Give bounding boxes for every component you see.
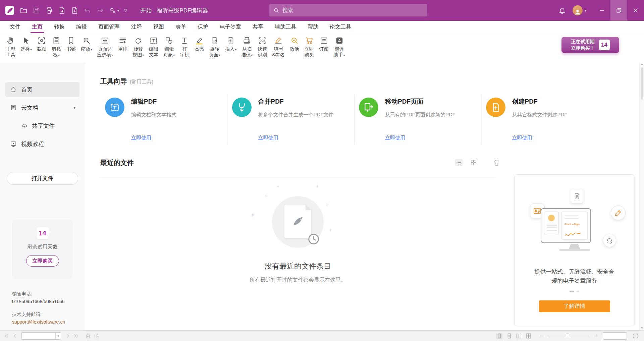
use-now-link[interactable]: 立即使用 (258, 135, 278, 141)
account-dropdown-icon[interactable]: ▾ (585, 9, 586, 12)
clear-recent-trash-icon[interactable] (493, 159, 500, 166)
ribbon-快速识别[interactable]: OCR快速 识别 (255, 36, 270, 58)
avatar[interactable] (573, 5, 583, 15)
notifications-bell-icon[interactable] (558, 7, 566, 14)
single-page-view-icon[interactable] (496, 333, 502, 339)
sidebar-item-cloud-docs[interactable]: 云文档 ▾ (5, 100, 79, 115)
menu-item-注释[interactable]: 注释 (125, 21, 148, 33)
ribbon-书签[interactable]: 书签 (64, 36, 78, 52)
minimize-button[interactable] (594, 0, 610, 21)
carousel-dot-active[interactable] (570, 291, 574, 292)
ribbon-旋转页面[interactable]: 旋转 页面▾ (207, 36, 223, 58)
menu-item-帮助[interactable]: 帮助 (302, 21, 324, 33)
menu-item-编辑[interactable]: 编辑 (70, 21, 93, 33)
menu-item-辅助工具[interactable]: 辅助工具 (269, 21, 302, 33)
page-number-box[interactable]: ▾ (21, 332, 61, 340)
ribbon-缩放[interactable]: 缩放▾ (78, 36, 95, 52)
tool-card-合并PDF[interactable]: 合并PDF将多个文件合并生成一个PDF文件立即使用 (227, 93, 355, 153)
use-now-link[interactable]: 立即使用 (512, 135, 532, 141)
sidebar-item-video-tutorials[interactable]: 视频教程 (5, 136, 79, 151)
carousel-dot[interactable] (577, 291, 579, 292)
ribbon-插入[interactable]: 插入▾ (223, 36, 239, 52)
fullscreen-icon[interactable] (633, 333, 639, 339)
menu-item-转换[interactable]: 转换 (48, 21, 70, 33)
menu-item-电子签章[interactable]: 电子签章 (214, 21, 247, 33)
tool-card-编辑PDF[interactable]: 编辑PDF编辑文档和文本格式立即使用 (100, 93, 227, 153)
ribbon-剪贴板[interactable]: 剪贴 板▾ (49, 36, 64, 58)
sidebar-item-home[interactable]: 首页 (5, 82, 79, 97)
menu-item-页面管理[interactable]: 页面管理 (93, 21, 125, 33)
last-page-icon[interactable] (73, 333, 79, 339)
search-box[interactable] (269, 4, 427, 16)
redo-icon[interactable] (96, 7, 104, 14)
close-button[interactable] (627, 0, 644, 21)
zoom-in-icon[interactable] (593, 333, 599, 339)
open-file-button[interactable]: 打开文件 (7, 172, 78, 185)
ribbon-订阅[interactable]: 订阅 (317, 36, 331, 52)
ribbon-旋转视图[interactable]: 旋转 视图▾ (130, 36, 146, 58)
menu-item-文件[interactable]: 文件 (4, 21, 26, 33)
zoom-slider-thumb[interactable] (566, 334, 569, 338)
ribbon-从扫描仪[interactable]: 从扫 描仪▾ (239, 36, 255, 58)
trial-buy-badge[interactable]: 正在试用期 立即购买！ 14 (561, 37, 619, 53)
scrollbar-thumb[interactable] (641, 67, 643, 100)
toolbar-collapse-icon[interactable]: ▽ (124, 8, 127, 13)
zoom-out-icon[interactable] (539, 333, 545, 339)
tool-card-移动PDF页面[interactable]: 移动PDF页面从已有的PDF页面创建新的PDF立即使用 (354, 93, 481, 153)
ribbon-填写&签名[interactable]: 填写 &签名 (270, 36, 287, 58)
menu-item-视图[interactable]: 视图 (148, 21, 170, 33)
zoom-value-box[interactable] (603, 332, 627, 340)
zoom-value-input[interactable] (603, 333, 627, 339)
ribbon-编辑对象[interactable]: 编辑 对象▾ (161, 36, 177, 58)
save-icon[interactable] (33, 7, 40, 14)
sidebar-item-shared-files[interactable]: 共享文件 (16, 118, 79, 133)
ribbon-立即购买[interactable]: 立即 购买 (302, 36, 317, 58)
page-number-input[interactable] (22, 333, 55, 339)
next-view-icon[interactable] (94, 333, 100, 339)
restore-button[interactable] (610, 0, 627, 21)
facing-view-icon[interactable] (516, 333, 522, 339)
menu-item-主页[interactable]: 主页 (26, 21, 48, 33)
export-pdf-icon[interactable] (58, 7, 66, 14)
page-dropdown-icon[interactable]: ▾ (55, 333, 61, 339)
learn-more-button[interactable]: 了解详情 (539, 300, 610, 312)
create-pdf-icon[interactable] (71, 7, 78, 14)
previous-page-icon[interactable] (12, 333, 18, 339)
zoom-slider[interactable] (548, 336, 589, 336)
menu-item-共享[interactable]: 共享 (247, 21, 269, 33)
buy-now-button[interactable]: 立即购买 (26, 255, 59, 267)
ribbon-翻译助手[interactable]: A翻译 助手▾ (331, 36, 347, 58)
menu-item-保护[interactable]: 保护 (192, 21, 214, 33)
undo-icon[interactable] (84, 7, 91, 14)
list-view-icon[interactable] (455, 159, 463, 166)
use-now-link[interactable]: 立即使用 (131, 135, 151, 141)
next-page-icon[interactable] (65, 333, 71, 339)
grid-view-icon[interactable] (470, 159, 477, 166)
ribbon-选择[interactable]: 选择▾ (18, 36, 34, 52)
search-input[interactable] (282, 7, 423, 13)
facing-continuous-view-icon[interactable] (526, 333, 532, 339)
menu-item-论文工具[interactable]: 论文工具 (324, 21, 357, 33)
chevron-down-icon[interactable]: ▾ (73, 106, 75, 110)
menu-item-表单[interactable]: 表单 (170, 21, 192, 33)
vertical-scrollbar[interactable]: ▲ ▼ (639, 62, 644, 330)
scroll-up-icon[interactable]: ▲ (640, 63, 644, 66)
ribbon-激活[interactable]: 激活 (287, 36, 302, 52)
open-folder-icon[interactable] (20, 7, 28, 14)
continuous-view-icon[interactable] (506, 333, 512, 339)
ribbon-打字机[interactable]: 打 字机 (177, 36, 192, 58)
first-page-icon[interactable] (3, 333, 9, 339)
ribbon-高亮[interactable]: 高亮 (192, 36, 207, 52)
scroll-down-icon[interactable]: ▼ (640, 327, 644, 330)
support-email-link[interactable]: support@foxitsoftware.cn (12, 318, 65, 326)
ribbon-手型工具[interactable]: 手型 工具 (3, 36, 18, 58)
quick-sign-button[interactable]: ▾ (109, 7, 119, 14)
ribbon-截图[interactable]: 截图 (34, 36, 49, 52)
use-now-link[interactable]: 立即使用 (385, 135, 405, 141)
ribbon-页面适应选项[interactable]: 页面适 应选项▾ (95, 36, 115, 58)
ribbon-重排[interactable]: 重排 (115, 36, 130, 52)
print-icon[interactable] (45, 7, 53, 14)
ribbon-编辑文本[interactable]: T编辑 文本 (146, 36, 161, 58)
tool-card-创建PDF[interactable]: 创建PDF从其它格式文件创建PDF立即使用 (481, 93, 608, 153)
previous-view-icon[interactable] (86, 333, 92, 339)
